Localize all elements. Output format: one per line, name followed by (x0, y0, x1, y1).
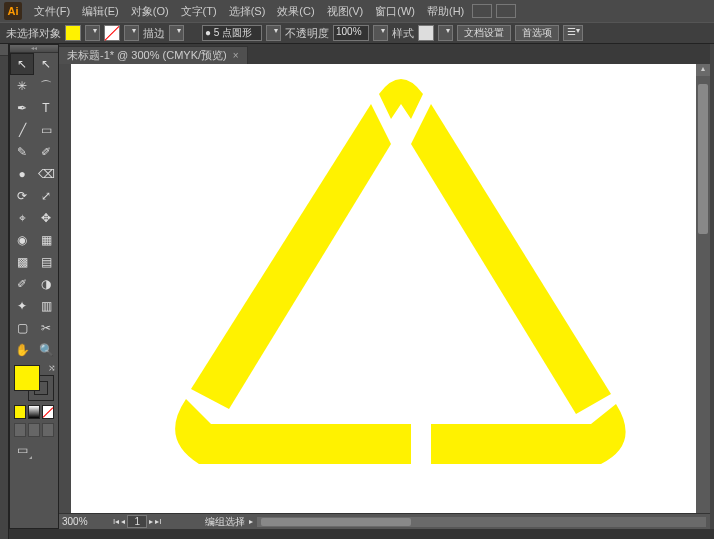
graph-tool[interactable]: ▥ (34, 295, 58, 317)
slice-tool[interactable]: ✂ (34, 317, 58, 339)
next-artboard-icon[interactable]: ▸ (149, 517, 153, 526)
left-dock-strip (0, 44, 9, 539)
artboard-nav: I◂ ◂ 1 ▸ ▸I (109, 515, 165, 528)
layout-button-1[interactable] (472, 4, 492, 18)
opacity-label: 不透明度 (285, 26, 329, 41)
blob-brush-tool[interactable]: ● (10, 163, 34, 185)
rectangle-tool[interactable]: ▭ (34, 119, 58, 141)
menu-view[interactable]: 视图(V) (321, 4, 370, 19)
style-swatch[interactable] (418, 25, 434, 41)
document-tab[interactable]: 未标题-1* @ 300% (CMYK/预览) × (59, 46, 248, 64)
draw-behind[interactable] (28, 423, 40, 437)
prev-artboard-icon[interactable]: ◂ (121, 517, 125, 526)
draw-normal[interactable] (14, 423, 26, 437)
right-dock[interactable] (710, 44, 714, 529)
rotate-tool[interactable]: ⟳ (10, 185, 34, 207)
style-dropdown[interactable] (438, 25, 453, 41)
pen-tool[interactable]: ✒ (10, 97, 34, 119)
color-mode-gradient[interactable] (28, 405, 40, 419)
stroke-dropdown[interactable] (124, 25, 139, 41)
canvas-wrap: ▴ (59, 64, 710, 513)
line-tool[interactable]: ╱ (10, 119, 34, 141)
tools-panel: ◂◂ ↖ ↖ ✳ ⌒ ✒ T ╱ ▭ ✎ ✐ ● ⌫ ⟳ ⤢ ⌖ ✥ ◉ ▦ ▩… (9, 44, 59, 529)
eraser-tool[interactable]: ⌫ (34, 163, 58, 185)
blend-tool[interactable]: ◑ (34, 273, 58, 295)
perspective-tool[interactable]: ▦ (34, 229, 58, 251)
vscroll-thumb[interactable] (698, 84, 708, 234)
document-tab-title: 未标题-1* @ 300% (CMYK/预览) (67, 48, 227, 63)
horizontal-scrollbar[interactable] (257, 517, 706, 527)
color-mode-row (10, 403, 58, 421)
type-tool[interactable]: T (34, 97, 58, 119)
menu-effect[interactable]: 效果(C) (271, 4, 320, 19)
preferences-button[interactable]: 首选项 (515, 25, 559, 41)
hscroll-thumb[interactable] (261, 518, 411, 526)
stroke-profile[interactable]: ● 5 点圆形 (202, 25, 262, 41)
panel-menu[interactable]: ☰ (563, 25, 583, 41)
tools-grip[interactable]: ◂◂ (10, 45, 58, 53)
document-tab-bar: 未标题-1* @ 300% (CMYK/预览) × (59, 44, 710, 64)
eyedropper-tool[interactable]: ✐ (10, 273, 34, 295)
stroke-label: 描边 (143, 26, 165, 41)
width-tool[interactable]: ⌖ (10, 207, 34, 229)
close-tab-icon[interactable]: × (233, 50, 239, 61)
selection-tool[interactable]: ↖ (10, 53, 34, 75)
artboard-tool[interactable]: ▢ (10, 317, 34, 339)
stroke-value-text: 5 点圆形 (214, 27, 252, 38)
last-artboard-icon[interactable]: ▸I (155, 517, 161, 526)
color-mode-none[interactable] (42, 405, 54, 419)
dock-grip[interactable] (0, 44, 8, 56)
stroke-weight-dropdown[interactable] (169, 25, 184, 41)
artboard[interactable] (71, 64, 696, 513)
status-mode: 编组选择 (205, 515, 245, 529)
artwork-triangle (71, 64, 696, 513)
shape-builder-tool[interactable]: ◉ (10, 229, 34, 251)
document-setup-button[interactable]: 文档设置 (457, 25, 511, 41)
draw-inside[interactable] (42, 423, 54, 437)
options-bar: 未选择对象 描边 ● 5 点圆形 不透明度 100% 样式 文档设置 首选项 ☰ (0, 22, 714, 44)
fill-dropdown[interactable] (85, 25, 100, 41)
scale-tool[interactable]: ⤢ (34, 185, 58, 207)
menu-help[interactable]: 帮助(H) (421, 4, 470, 19)
menu-select[interactable]: 选择(S) (223, 4, 272, 19)
opacity-dropdown[interactable] (373, 25, 388, 41)
menu-window[interactable]: 窗口(W) (369, 4, 421, 19)
hand-tool[interactable]: ✋ (10, 339, 34, 361)
app-icon: Ai (4, 2, 22, 20)
vertical-scrollbar[interactable]: ▴ (696, 64, 710, 513)
direct-selection-tool[interactable]: ↖ (34, 53, 58, 75)
artboard-number[interactable]: 1 (127, 515, 147, 528)
zoom-level[interactable]: 300% (59, 516, 109, 527)
style-label: 样式 (392, 26, 414, 41)
menu-file[interactable]: 文件(F) (28, 4, 76, 19)
pencil-tool[interactable]: ✐ (34, 141, 58, 163)
selection-status: 未选择对象 (6, 26, 61, 41)
layout-button-2[interactable] (496, 4, 516, 18)
mesh-tool[interactable]: ▩ (10, 251, 34, 273)
color-well: ⤭ (10, 363, 58, 403)
magic-wand-tool[interactable]: ✳ (10, 75, 34, 97)
scroll-up-icon[interactable]: ▴ (696, 64, 710, 76)
status-mode-arrow-icon[interactable]: ▸ (249, 517, 253, 526)
color-mode-solid[interactable] (14, 405, 26, 419)
symbol-sprayer-tool[interactable]: ✦ (10, 295, 34, 317)
screen-mode[interactable]: ▭ (10, 439, 34, 461)
brush-dropdown[interactable] (266, 25, 281, 41)
stroke-swatch[interactable] (104, 25, 120, 41)
free-transform-tool[interactable]: ✥ (34, 207, 58, 229)
fill-color[interactable] (14, 365, 40, 391)
menu-object[interactable]: 对象(O) (125, 4, 175, 19)
draw-mode-row (10, 421, 58, 439)
svg-rect-1 (431, 424, 566, 464)
zoom-tool[interactable]: 🔍 (34, 339, 58, 361)
swap-colors-icon[interactable]: ⤭ (48, 363, 56, 373)
first-artboard-icon[interactable]: I◂ (113, 517, 119, 526)
menu-type[interactable]: 文字(T) (175, 4, 223, 19)
status-bar: 300% I◂ ◂ 1 ▸ ▸I 编组选择 ▸ (59, 513, 710, 529)
menu-edit[interactable]: 编辑(E) (76, 4, 125, 19)
opacity-input[interactable]: 100% (333, 25, 369, 41)
lasso-tool[interactable]: ⌒ (34, 75, 58, 97)
paintbrush-tool[interactable]: ✎ (10, 141, 34, 163)
fill-swatch[interactable] (65, 25, 81, 41)
gradient-tool[interactable]: ▤ (34, 251, 58, 273)
